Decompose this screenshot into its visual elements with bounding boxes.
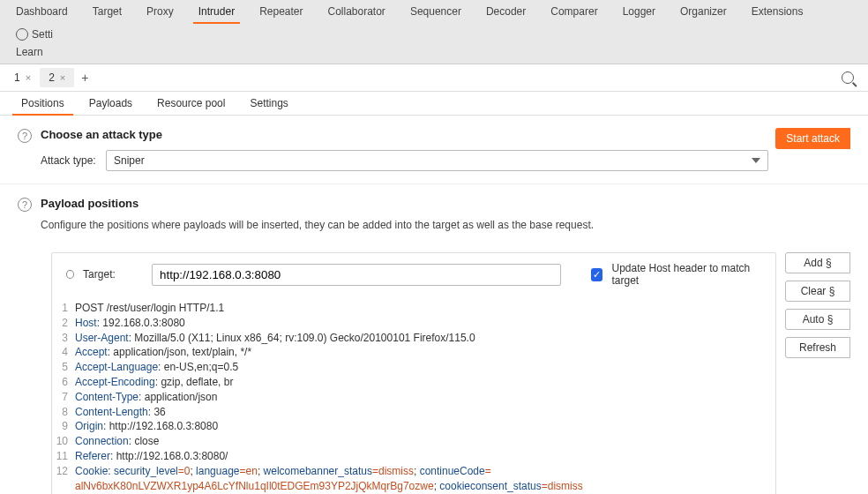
attack-type-section: ? Choose an attack type Attack type: Sni… [0, 116, 868, 184]
tab-resource-pool[interactable]: Resource pool [145, 92, 237, 115]
close-icon[interactable]: × [26, 72, 31, 83]
tab-learn[interactable]: Learn [4, 46, 864, 64]
add-tab-button[interactable]: + [74, 71, 95, 85]
request-editor[interactable]: Target: Update Host header to match targ… [51, 252, 776, 494]
intruder-tabs: 1× 2× + [0, 64, 868, 92]
tab-intruder[interactable]: Intruder [186, 0, 247, 23]
tab-sequencer[interactable]: Sequencer [398, 0, 474, 23]
payload-positions-desc: Configure the positions where payloads w… [41, 219, 850, 231]
main-tabs: Dashboard Target Proxy Intruder Repeater… [0, 0, 868, 64]
attack-type-label: Attack type: [41, 154, 101, 167]
target-input[interactable] [152, 264, 561, 286]
add-marker-button[interactable]: Add § [785, 252, 850, 273]
config-tabs: Positions Payloads Resource pool Setting… [0, 92, 868, 116]
search-icon[interactable] [842, 71, 854, 84]
record-icon[interactable] [66, 270, 74, 279]
tab-logger[interactable]: Logger [610, 0, 668, 23]
payload-positions-heading: Payload positions [41, 197, 850, 210]
help-icon[interactable]: ? [18, 129, 32, 143]
tab-target[interactable]: Target [80, 0, 134, 23]
tab-proxy[interactable]: Proxy [134, 0, 186, 23]
intruder-tab-1[interactable]: 1× [5, 68, 40, 87]
tab-extensions[interactable]: Extensions [739, 0, 816, 23]
tab-comparer[interactable]: Comparer [538, 0, 610, 23]
tab-dashboard[interactable]: Dashboard [4, 0, 80, 23]
auto-marker-button[interactable]: Auto § [785, 309, 850, 330]
update-host-label: Update Host header to match target [611, 262, 761, 287]
refresh-button[interactable]: Refresh [785, 337, 850, 358]
attack-type-select[interactable]: Sniper [106, 150, 768, 171]
tab-payloads[interactable]: Payloads [77, 92, 145, 115]
tab-decoder[interactable]: Decoder [474, 0, 538, 23]
tab-positions[interactable]: Positions [9, 92, 77, 115]
tab-settings[interactable]: Setti [4, 23, 65, 46]
marker-buttons: Add § Clear § Auto § Refresh [785, 252, 850, 494]
intruder-tab-2[interactable]: 2× [40, 68, 74, 87]
close-icon[interactable]: × [60, 72, 65, 83]
help-icon[interactable]: ? [18, 198, 32, 212]
tab-collaborator[interactable]: Collaborator [316, 0, 398, 23]
attack-type-heading: Choose an attack type [41, 128, 775, 141]
tab-repeater[interactable]: Repeater [247, 0, 315, 23]
gear-icon [16, 28, 28, 41]
clear-marker-button[interactable]: Clear § [785, 281, 850, 302]
payload-positions-section: ? Payload positions Configure the positi… [0, 184, 868, 245]
start-attack-button[interactable]: Start attack [775, 128, 850, 149]
request-code[interactable]: 1POST /rest/user/login HTTP/1.1 2Host: 1… [52, 296, 775, 494]
chevron-down-icon [752, 158, 760, 163]
update-host-checkbox[interactable] [591, 268, 602, 281]
tab-organizer[interactable]: Organizer [668, 0, 739, 23]
target-label: Target: [83, 268, 143, 281]
tab-settings-inner[interactable]: Settings [237, 92, 300, 115]
